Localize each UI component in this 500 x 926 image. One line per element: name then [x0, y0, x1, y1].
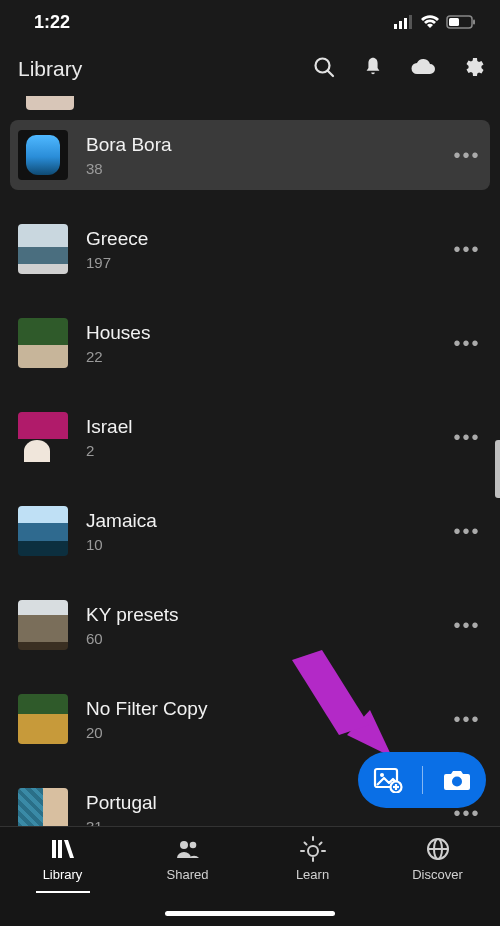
scroll-indicator[interactable] — [495, 440, 500, 498]
header: Library — [0, 44, 500, 94]
bell-icon[interactable] — [362, 56, 384, 82]
tab-label: Library — [43, 867, 83, 882]
album-count: 22 — [86, 348, 452, 365]
more-icon[interactable]: ••• — [452, 615, 482, 635]
svg-point-22 — [308, 846, 318, 856]
svg-marker-19 — [64, 840, 74, 858]
status-time: 1:22 — [34, 12, 70, 33]
svg-rect-6 — [473, 20, 475, 25]
tab-library[interactable]: Library — [0, 837, 125, 926]
search-icon[interactable] — [312, 55, 336, 83]
album-row[interactable]: Bora Bora 38 ••• — [10, 120, 490, 190]
album-title: Greece — [86, 228, 452, 250]
more-icon[interactable]: ••• — [452, 333, 482, 353]
fab-divider — [422, 766, 423, 794]
album-count: 197 — [86, 254, 452, 271]
shared-icon — [175, 837, 201, 861]
discover-icon — [426, 837, 450, 861]
album-row[interactable]: Houses 22 ••• — [10, 308, 490, 378]
album-count: 20 — [86, 724, 452, 741]
svg-point-12 — [380, 773, 384, 777]
svg-point-16 — [452, 777, 462, 787]
tab-label: Discover — [412, 867, 463, 882]
album-thumbnail — [18, 224, 68, 274]
svg-line-8 — [328, 71, 334, 77]
learn-icon — [300, 837, 326, 861]
svg-line-28 — [304, 843, 306, 845]
cellular-icon — [394, 15, 414, 29]
more-icon[interactable]: ••• — [452, 145, 482, 165]
status-bar: 1:22 — [0, 0, 500, 44]
album-title: Jamaica — [86, 510, 452, 532]
album-thumbnail — [18, 130, 68, 180]
cloud-icon[interactable] — [410, 57, 436, 81]
album-thumbnail — [18, 694, 68, 744]
battery-icon — [446, 15, 476, 29]
album-count: 10 — [86, 536, 452, 553]
album-row[interactable]: Greece 197 ••• — [10, 214, 490, 284]
svg-rect-18 — [58, 840, 62, 858]
svg-line-27 — [319, 843, 321, 845]
album-title: No Filter Copy — [86, 698, 452, 720]
album-title: KY presets — [86, 604, 452, 626]
tab-label: Shared — [167, 867, 209, 882]
svg-rect-3 — [409, 15, 412, 29]
camera-button[interactable] — [435, 768, 479, 792]
svg-point-21 — [189, 842, 196, 849]
page-title: Library — [18, 57, 312, 81]
album-title: Bora Bora — [86, 134, 452, 156]
album-thumbnail — [18, 600, 68, 650]
home-indicator[interactable] — [165, 911, 335, 916]
svg-rect-5 — [449, 18, 459, 26]
svg-rect-17 — [52, 840, 56, 858]
album-row[interactable]: No Filter Copy 20 ••• — [10, 684, 490, 754]
more-icon[interactable]: ••• — [452, 709, 482, 729]
library-icon — [50, 837, 76, 861]
album-thumbnail — [26, 96, 74, 110]
gear-icon[interactable] — [462, 55, 486, 83]
album-title: Israel — [86, 416, 452, 438]
album-count: 38 — [86, 160, 452, 177]
more-icon[interactable]: ••• — [452, 521, 482, 541]
album-thumbnail — [18, 506, 68, 556]
album-count: 60 — [86, 630, 452, 647]
more-icon[interactable]: ••• — [452, 427, 482, 447]
album-row[interactable]: KY presets 60 ••• — [10, 590, 490, 660]
svg-rect-1 — [399, 21, 402, 29]
album-row[interactable]: Jamaica 10 ••• — [10, 496, 490, 566]
tab-label: Learn — [296, 867, 329, 882]
add-fab — [358, 752, 486, 808]
import-photos-button[interactable] — [366, 767, 410, 793]
album-count: 2 — [86, 442, 452, 459]
album-thumbnail — [18, 318, 68, 368]
album-row-partial[interactable] — [18, 96, 482, 110]
album-thumbnail — [18, 412, 68, 462]
svg-point-20 — [180, 841, 188, 849]
wifi-icon — [420, 15, 440, 29]
svg-rect-2 — [404, 18, 407, 29]
tab-discover[interactable]: Discover — [375, 837, 500, 926]
album-title: Houses — [86, 322, 452, 344]
svg-rect-0 — [394, 24, 397, 29]
status-icons — [394, 15, 476, 29]
more-icon[interactable]: ••• — [452, 239, 482, 259]
album-row[interactable]: Israel 2 ••• — [10, 402, 490, 472]
